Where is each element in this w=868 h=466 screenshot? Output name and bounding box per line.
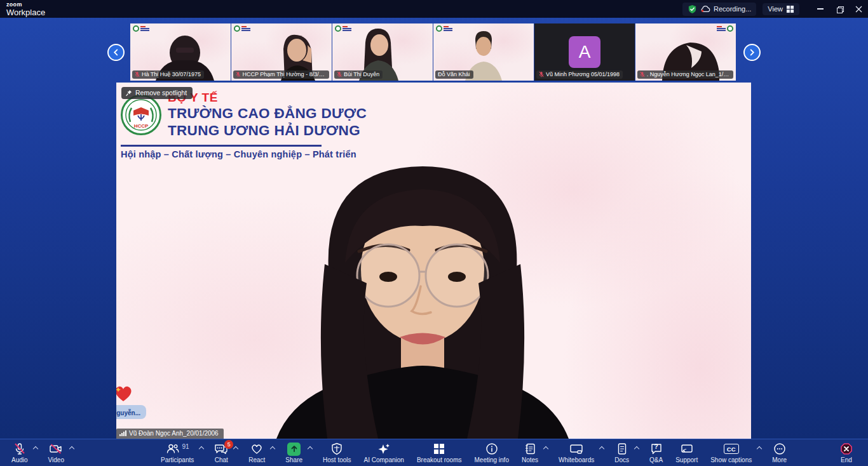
mic-muted-icon — [13, 443, 26, 455]
captions-options-chevron[interactable] — [757, 446, 762, 451]
gallery-view-icon — [786, 5, 794, 13]
close-icon — [855, 6, 862, 13]
shield-icon — [331, 443, 342, 455]
docs-options-chevron[interactable] — [634, 446, 639, 451]
document-icon — [617, 443, 627, 455]
filmstrip-prev-button[interactable] — [107, 44, 125, 61]
breakout-grid-icon — [433, 443, 445, 455]
spotlight-video-tile: HCCP BỘ Y TẾ TRƯỜNG CAO ĐẲNG DƯỢC TRUNG … — [116, 83, 751, 439]
share-button[interactable]: Share — [279, 439, 316, 466]
participant-name-tag: Vũ Minh Phương 05/01/1998 — [536, 70, 623, 79]
end-call-icon — [840, 443, 853, 455]
muted-mic-icon — [135, 71, 140, 77]
support-button[interactable]: Support — [669, 439, 704, 466]
video-thumbnail[interactable]: . Nguyễn Hương Ngọc Lan_1/6/... — [635, 23, 736, 81]
share-options-chevron[interactable] — [308, 446, 313, 451]
info-icon — [485, 443, 498, 455]
participant-name: . Nguyễn Hương Ngọc Lan_1/6/... — [647, 71, 730, 77]
ai-companion-button[interactable]: AI Companion — [358, 439, 410, 466]
pin-icon — [126, 90, 132, 97]
emblem-text: HCCP — [134, 123, 149, 129]
avatar-thumbnail[interactable]: A Vũ Minh Phương 05/01/1998 — [534, 23, 635, 81]
video-thumbnail[interactable]: Hà Thị Huệ 30/07/1975 — [130, 23, 231, 81]
chevron-left-icon — [112, 49, 119, 56]
react-options-chevron[interactable] — [270, 446, 275, 451]
video-button[interactable]: Video — [42, 439, 78, 466]
breakout-rooms-label: Breakout rooms — [417, 456, 462, 463]
participant-name: Vũ Minh Phương 05/01/1998 — [546, 71, 620, 77]
minimize-button[interactable] — [811, 0, 830, 18]
whiteboards-label: Whiteboards — [559, 456, 594, 463]
notes-button[interactable]: Notes — [515, 439, 552, 466]
qa-label: Q&A — [649, 456, 663, 463]
participant-name: Bùi Thị Duyên — [344, 71, 379, 77]
recording-label: Recording... — [714, 5, 751, 13]
docs-button[interactable]: Docs — [608, 439, 643, 466]
notes-options-chevron[interactable] — [543, 446, 548, 451]
end-button[interactable]: End — [834, 439, 859, 466]
breakout-rooms-button[interactable]: Breakout rooms — [410, 439, 468, 466]
meeting-info-button[interactable]: Meeting info — [468, 439, 515, 466]
participants-options-chevron[interactable] — [199, 446, 204, 451]
whiteboard-icon — [569, 443, 583, 455]
video-thumbnail[interactable]: Đỗ Văn Khải — [433, 23, 534, 81]
share-label: Share — [285, 456, 302, 463]
close-button[interactable] — [849, 0, 868, 18]
video-options-chevron[interactable] — [69, 446, 74, 451]
video-thumbnail[interactable]: HCCP Phạm Thị Hường - 8/3/1991 — [231, 23, 332, 81]
qa-button[interactable]: ? Q&A — [643, 439, 669, 466]
muted-mic-icon — [640, 71, 645, 77]
remove-spotlight-label: Remove spotlight — [135, 89, 187, 97]
more-icon — [773, 443, 786, 455]
share-screen-icon — [287, 443, 301, 456]
heart-reaction-icon — [116, 383, 134, 403]
restore-button[interactable] — [830, 0, 849, 18]
captions-icon: CC — [724, 444, 739, 454]
show-captions-button[interactable]: CC Show captions — [704, 439, 766, 466]
react-label: React — [248, 456, 265, 463]
participants-count: 91 — [182, 443, 189, 450]
chat-button[interactable]: 5 Chat — [208, 439, 242, 466]
org-name-line1: TRƯỜNG CAO ĐẲNG DƯỢC — [168, 105, 367, 122]
ai-companion-label: AI Companion — [364, 456, 404, 463]
audio-button[interactable]: Audio — [5, 439, 42, 466]
participant-name: Hà Thị Huệ 30/07/1975 — [142, 71, 201, 77]
muted-mic-icon — [236, 71, 241, 77]
org-emblem: HCCP — [121, 95, 161, 135]
recording-indicator[interactable]: Recording... — [682, 3, 756, 16]
audio-options-chevron[interactable] — [32, 446, 37, 451]
whiteboards-options-chevron[interactable] — [599, 446, 604, 451]
qa-question-mark: ? — [650, 443, 663, 450]
muted-mic-icon — [337, 71, 342, 77]
meeting-info-label: Meeting info — [474, 456, 508, 463]
shield-check-icon — [688, 4, 697, 14]
titlebar: zoom Workplace Recording... View — [0, 0, 868, 18]
participant-name-tag: Đỗ Văn Khải — [435, 70, 473, 79]
connection-quality-icon — [119, 430, 126, 436]
chat-options-chevron[interactable] — [233, 446, 238, 451]
org-ministry: BỘ Y TẾ — [168, 91, 367, 105]
camera-off-icon — [49, 443, 63, 455]
speaker-name-tag: Vũ Đoàn Ngọc Anh_20/01/2006 — [116, 429, 224, 439]
workplace-logo-text: Workplace — [6, 8, 45, 17]
heart-outline-icon — [250, 443, 263, 455]
meeting-toolbar: Audio Video 91 Participants 5 Chat — [0, 439, 868, 466]
chat-icon: 5 — [214, 443, 228, 455]
video-thumbnail[interactable]: Bùi Thị Duyên — [332, 23, 433, 81]
participants-button[interactable]: 91 Participants — [154, 439, 208, 466]
chat-unread-badge: 5 — [224, 440, 233, 449]
whiteboards-button[interactable]: Whiteboards — [552, 439, 608, 466]
participants-icon: 91 — [166, 443, 189, 455]
participant-name-tag: Hà Thị Huệ 30/07/1975 — [132, 70, 204, 79]
react-button[interactable]: React — [242, 439, 279, 466]
participant-avatar: A — [569, 36, 600, 68]
more-label: More — [772, 456, 787, 463]
show-captions-label: Show captions — [710, 456, 752, 463]
more-button[interactable]: More — [766, 439, 793, 466]
chat-label: Chat — [215, 456, 228, 463]
view-button[interactable]: View — [763, 3, 799, 15]
filmstrip-next-button[interactable] — [743, 44, 761, 61]
host-tools-button[interactable]: Host tools — [316, 439, 357, 466]
end-label: End — [841, 456, 852, 463]
remove-spotlight-button[interactable]: Remove spotlight — [121, 87, 193, 99]
